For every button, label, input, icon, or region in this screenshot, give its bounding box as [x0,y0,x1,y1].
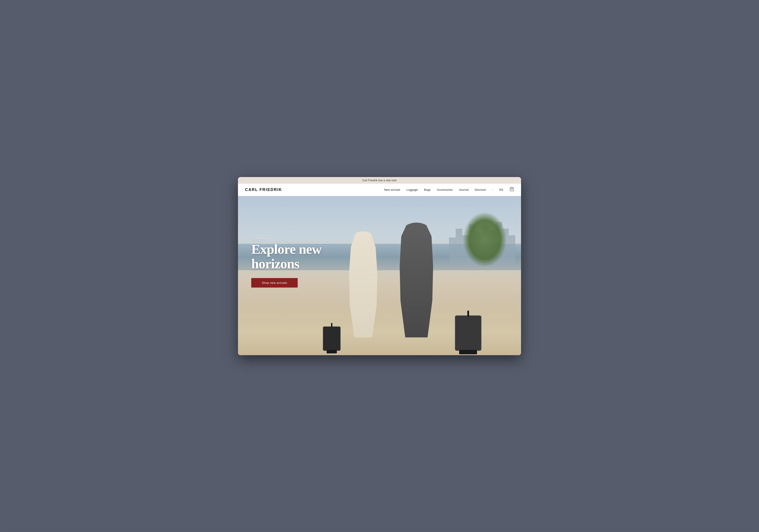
nav-item-journal[interactable]: Journal [459,188,469,191]
nav-item-luggage[interactable]: Luggage [407,188,418,191]
announcement-bar[interactable]: Carl Friedrik has a new look [238,177,521,184]
hero-cta-button[interactable]: Shop new arrivals [251,278,298,287]
hero-section: Travel better Explore new horizons Shop … [238,196,521,355]
hero-eyebrow: Travel better [251,237,268,240]
nav-separator: • [492,189,493,191]
hero-title: Explore new horizons [251,242,344,271]
brand-logo[interactable]: CARL FRIEDRIK [245,187,282,192]
browser-window: Carl Friedrik has a new look CARL FRIEDR… [238,177,521,355]
cart-icon[interactable] [509,187,514,193]
navbar: CARL FRIEDRIK New arrivals Luggage Bags … [238,184,521,196]
nav-item-new-arrivals[interactable]: New arrivals [384,188,400,191]
nav-item-bags[interactable]: Bags [424,188,431,191]
hero-content: Travel better Explore new horizons Shop … [238,196,521,355]
nav-item-discover[interactable]: Discover [475,188,486,191]
announcement-text: Carl Friedrik has a new look [362,179,397,182]
nav-item-locale[interactable]: RS [499,188,503,191]
nav-item-accessories[interactable]: Accessories [437,188,453,191]
nav-links: New arrivals Luggage Bags Accessories Jo… [384,187,514,193]
